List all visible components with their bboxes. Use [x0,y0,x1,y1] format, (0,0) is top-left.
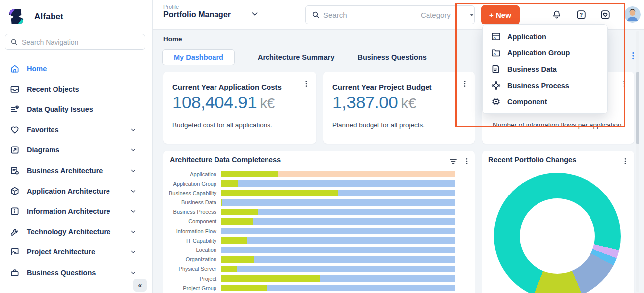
category-label: Category [421,11,451,19]
sidebar-item-label: Business Questions [27,269,96,277]
sidebar-item-data-quality-issues[interactable]: Data Quality Issues [0,99,152,119]
notifications-bell-icon[interactable] [551,9,562,20]
home-icon [10,64,20,74]
bar-track [221,237,455,244]
global-search-input[interactable] [323,11,408,19]
chevron-down-icon [130,188,136,194]
scrollbar-thumb[interactable] [636,72,639,144]
sidebar-item-label: Business Architecture [27,167,103,175]
chevron-down-icon [130,208,136,214]
bar-fill [221,209,258,215]
card-menu-kebab-icon[interactable] [621,80,627,88]
card-menu-kebab-icon[interactable] [462,80,468,88]
help-icon[interactable]: ? [576,9,587,20]
sidebar-item-application-architecture[interactable]: Application Architecture [0,181,152,201]
bar-fill [221,190,338,196]
card-menu-kebab-icon[interactable] [303,80,309,88]
stat-description: Number of information flows per applicat… [493,121,622,129]
card-menu-kebab-icon[interactable] [464,157,470,165]
category-select[interactable]: Category [416,11,474,19]
sidebar-item-label: Technology Architecture [27,228,110,236]
card-project-budget: Current Year Project Budget 1,387.00k€ P… [323,72,475,144]
bar-category-label: Project Group [163,285,221,291]
bar-track [221,285,455,291]
sidebar-item-information-architecture[interactable]: Information Architecture [0,201,152,221]
sidebar-search[interactable] [5,34,145,50]
package-icon [10,186,20,196]
card-architecture-data-completeness: Architecture Data Completeness Applicati… [163,151,475,293]
donut-hole [520,198,595,274]
menu-item-component[interactable]: Component [483,94,607,110]
stat-value: 1,387.00k€ [332,93,416,112]
card-menu-kebab-icon[interactable] [622,157,628,165]
bar-row: Component [163,218,475,225]
bar-row: Information Flow [163,228,475,234]
favorites-box-icon[interactable] [600,9,611,20]
business-architecture-icon [10,166,20,176]
bar-category-label: Project [163,276,221,282]
bar-category-label: Organization [163,256,221,262]
bar-category-label: Information Flow [163,228,221,234]
sidebar-item-home[interactable]: Home [0,58,152,79]
bar-category-label: Location [163,247,221,253]
application-group-icon: A [491,48,501,58]
filter-icon[interactable] [449,157,458,166]
business-data-icon [491,64,501,74]
tab-business-questions[interactable]: Business Questions [357,53,426,61]
chevron-down-icon [130,229,136,235]
profile-selector[interactable]: Profile Portfolio Manager [163,4,231,19]
profile-value: Portfolio Manager [163,10,231,19]
menu-item-business-data[interactable]: Business Data [483,61,607,77]
inbox-icon [10,84,20,94]
completeness-chart-rows: ApplicationApplication GroupBusiness Cap… [163,171,475,293]
stat-description: Budgeted cost for all applications. [172,121,272,129]
bar-track [221,190,455,196]
component-icon [491,97,501,107]
bar-fill [221,237,247,244]
dashboard-tabs: My Dashboard Architecture Summary Busine… [162,49,427,65]
sidebar-collapse-button[interactable]: « [133,279,147,292]
bar-track [221,199,455,206]
bar-row: Physical Server [163,266,475,272]
bar-category-label: Physical Server [163,266,221,272]
menu-item-application-group[interactable]: A Application Group [483,45,607,61]
diagram-icon [10,145,20,155]
sidebar-item-label: Home [27,65,47,73]
sidebar-item-business-architecture[interactable]: Business Architecture [0,160,152,181]
bar-category-label: Component [163,218,221,224]
sidebar-item-recent-objects[interactable]: Recent Objects [0,79,152,99]
application-icon: A [491,31,501,42]
menu-item-label: Component [507,98,547,106]
sidebar-item-business-questions[interactable]: Business Questions [0,262,152,283]
bar-row: Organization [163,256,475,263]
briefcase-icon [10,268,20,278]
sidebar-item-label: Data Quality Issues [27,105,93,113]
tab-my-dashboard[interactable]: My Dashboard [162,49,235,65]
bar-row: IT Capability [163,237,475,244]
sidebar-item-diagrams[interactable]: Diagrams [0,140,152,160]
menu-item-label: Application [507,33,546,41]
sidebar-item-technology-architecture[interactable]: Technology Architecture [0,221,152,242]
menu-item-label: Business Process [507,82,569,90]
new-button[interactable]: + New [481,5,520,24]
menu-item-business-process[interactable]: Business Process [483,77,607,94]
bar-fill [221,180,238,187]
bar-track [221,218,455,225]
stat-unit: k€ [260,95,275,111]
sidebar-search-input[interactable] [22,38,140,46]
tabs-overflow-kebab-icon[interactable] [630,52,637,60]
tab-architecture-summary[interactable]: Architecture Summary [258,53,335,61]
bar-row: Project [163,275,475,282]
global-search[interactable]: Category [305,5,475,24]
chevron-down-icon[interactable] [251,10,259,18]
sidebar-item-project-architecture[interactable]: Project Architecture [0,242,152,262]
app-logo: Alfabet [0,0,152,26]
bar-category-label: Business Process [163,209,221,215]
bar-row: Business Capability [163,190,475,196]
chart-title: Architecture Data Completeness [170,156,281,164]
sidebar-item-favorites[interactable]: Favorites [0,119,152,140]
bar-category-label: Application [163,171,221,177]
user-avatar[interactable] [624,6,641,23]
menu-item-application[interactable]: A Application [483,28,607,45]
brand-logo-icon [9,9,24,25]
